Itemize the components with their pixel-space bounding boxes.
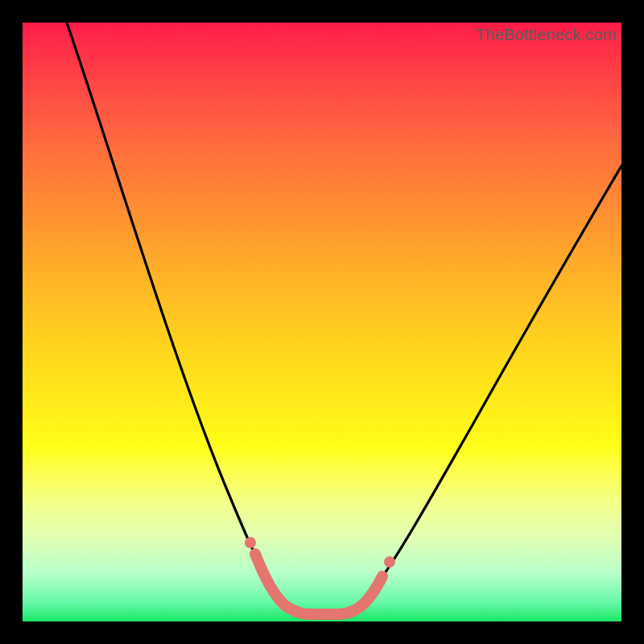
watermark-text: TheBottleneck.com — [476, 26, 617, 44]
highlight-dot-right — [384, 556, 395, 568]
plot-area: TheBottleneck.com — [23, 23, 621, 621]
chart-frame: TheBottleneck.com — [0, 0, 644, 644]
bottleneck-curve — [67, 23, 621, 613]
curve-overlay — [23, 23, 621, 621]
highlight-segment — [255, 554, 382, 614]
highlight-dot-left — [245, 537, 256, 548]
